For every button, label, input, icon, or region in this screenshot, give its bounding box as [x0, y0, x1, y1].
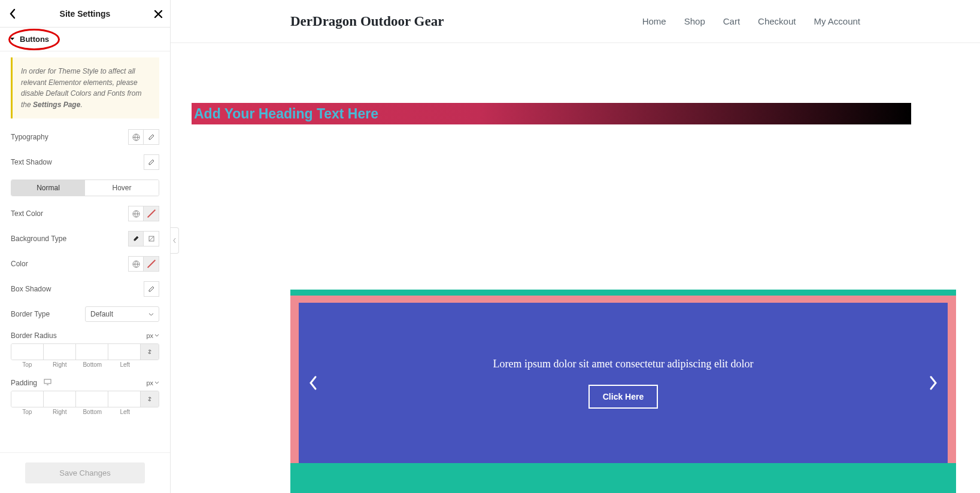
theme-style-notice: In order for Theme Style to affect all r… [11, 57, 159, 118]
nav-cart[interactable]: Cart [723, 16, 740, 26]
section-label: Buttons [20, 35, 49, 44]
settings-page-link[interactable]: Settings Page [33, 101, 80, 109]
text-color-label: Text Color [11, 209, 43, 218]
preview-area: DerDragon Outdoor Gear Home Shop Cart Ch… [171, 0, 980, 493]
link-values-icon[interactable] [141, 344, 159, 360]
panel-title: Site Settings [60, 9, 111, 19]
buttons-section-header[interactable]: Buttons [0, 28, 170, 51]
color-picker-icon[interactable] [144, 206, 159, 221]
main-nav: Home Shop Cart Checkout My Account [642, 16, 860, 26]
svg-rect-4 [44, 379, 51, 384]
padding-label: Padding [11, 379, 51, 387]
slide-text: Lorem ipsum dolor sit amet consectetur a… [493, 358, 754, 370]
panel-collapse-handle[interactable] [171, 227, 179, 254]
edit-icon[interactable] [144, 154, 159, 170]
next-arrow-icon[interactable] [929, 375, 938, 391]
site-title: DerDragon Outdoor Gear [290, 14, 444, 29]
bg-gradient-icon[interactable] [144, 231, 159, 246]
border-radius-left[interactable] [108, 344, 141, 360]
tab-hover[interactable]: Hover [85, 180, 159, 196]
section-block: Lorem ipsum dolor sit amet consectetur a… [290, 290, 956, 493]
box-shadow-label: Box Shadow [11, 285, 51, 293]
color-picker-icon[interactable] [144, 256, 159, 272]
slide: Lorem ipsum dolor sit amet consectetur a… [299, 303, 948, 463]
padding-unit[interactable]: px [146, 379, 159, 387]
border-radius-bottom[interactable] [76, 344, 108, 360]
link-values-icon[interactable] [141, 391, 159, 407]
caret-down-icon [10, 36, 15, 42]
background-type-label: Background Type [11, 235, 66, 243]
padding-left[interactable] [108, 391, 141, 407]
color-label: Color [11, 260, 28, 268]
padding-right[interactable] [44, 391, 76, 407]
nav-shop[interactable]: Shop [684, 16, 705, 26]
save-changes-button[interactable]: Save Changes [25, 462, 145, 483]
desktop-icon[interactable] [42, 379, 51, 387]
border-type-label: Border Type [11, 310, 50, 318]
inner-section: Lorem ipsum dolor sit amet consectetur a… [290, 296, 956, 463]
text-shadow-label: Text Shadow [11, 158, 52, 166]
border-type-select[interactable]: Default [85, 306, 159, 322]
padding-top[interactable] [11, 391, 44, 407]
heading-widget[interactable]: Add Your Heading Text Here [192, 103, 911, 124]
nav-my-account[interactable]: My Account [814, 16, 860, 26]
border-radius-label: Border Radius [11, 331, 57, 340]
close-button[interactable] [146, 0, 170, 28]
typography-label: Typography [11, 133, 48, 141]
globe-icon[interactable] [128, 206, 144, 221]
border-radius-top[interactable] [11, 344, 44, 360]
bg-classic-icon[interactable] [128, 231, 144, 246]
state-tabs: Normal Hover [11, 179, 159, 196]
cta-button[interactable]: Click Here [588, 385, 658, 409]
prev-arrow-icon[interactable] [308, 375, 318, 391]
heading-text: Add Your Heading Text Here [194, 106, 378, 122]
globe-icon[interactable] [128, 256, 144, 272]
edit-icon[interactable] [144, 281, 159, 297]
border-radius-unit[interactable]: px [146, 332, 159, 339]
nav-checkout[interactable]: Checkout [758, 16, 796, 26]
padding-bottom[interactable] [76, 391, 108, 407]
site-header: DerDragon Outdoor Gear Home Shop Cart Ch… [171, 0, 980, 43]
back-button[interactable] [0, 0, 24, 28]
panel-header: Site Settings [0, 0, 170, 28]
border-radius-right[interactable] [44, 344, 76, 360]
edit-icon[interactable] [144, 129, 159, 145]
tab-normal[interactable]: Normal [11, 180, 85, 196]
globe-icon[interactable] [128, 129, 144, 145]
nav-home[interactable]: Home [642, 16, 666, 26]
